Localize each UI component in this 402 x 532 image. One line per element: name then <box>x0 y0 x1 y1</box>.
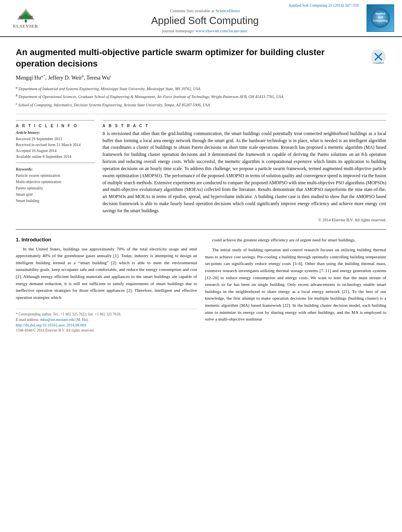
svg-text:Applied: Applied <box>375 12 385 15</box>
journal-logo-icon: Applied Soft Computing <box>370 8 390 28</box>
journal-citation: Applied Soft Computing 25 (2014) 347–359 <box>51 3 359 8</box>
intro-heading: 1. Introduction <box>16 237 197 243</box>
article-content: An augmented multi-objective particle sw… <box>0 37 402 340</box>
authors-section: Mengqi Hua,*, Jeffery D. Weirb, Teresa W… <box>16 74 386 81</box>
email-note: E-mail address: mhu@ise.msstate.edu (M. … <box>16 317 197 322</box>
svg-text:Soft: Soft <box>378 16 383 19</box>
author-c-sup: c <box>110 74 111 78</box>
intro-number: 1. <box>16 237 20 243</box>
author-a-sup: a,* <box>41 74 45 78</box>
body-col-left: 1. Introduction In the United States, bu… <box>16 237 197 333</box>
keyword-3: Pareto optimality <box>16 185 95 191</box>
affil-b-sup: b <box>16 93 18 97</box>
article-history-label: Article history: <box>16 130 95 135</box>
footer-copyright: 1568-4946/© 2014 Elsevier B.V. All right… <box>16 328 197 332</box>
author-b-name: Jeffery D. Weir <box>48 75 82 81</box>
keyword-2: Multi-objective optimization <box>16 179 95 185</box>
email-suffix: (M. Hu). <box>76 318 89 322</box>
body-col-right: could achieve the greatest energy effici… <box>205 237 386 333</box>
article-footer: * Corresponding author. Tel.: +1 662 325… <box>16 309 197 332</box>
received-date: Received 29 September 2013 <box>16 136 95 142</box>
email-link[interactable]: mhu@ise.msstate.edu <box>40 317 75 322</box>
journal-logo-box: Applied Soft Computing <box>367 4 394 32</box>
author-b-sup: b <box>82 74 84 78</box>
accepted-date: Accepted 16 August 2014 <box>16 148 95 154</box>
doi-link[interactable]: http://dx.doi.org/10.1016/j.asoc.2014.08… <box>16 323 86 327</box>
affil-a-text: Department of Industrial and Systems Eng… <box>19 87 200 91</box>
svg-text:CrossMark: CrossMark <box>372 62 384 64</box>
svg-rect-4 <box>19 16 22 18</box>
article-info-column: A R T I C L E I N F O Article history: R… <box>16 120 95 222</box>
homepage-link[interactable]: www.elsevier.com/locate/asoc <box>195 28 248 33</box>
svg-text:Computing: Computing <box>373 19 388 22</box>
author-a-name: Mengqi Hu <box>16 75 41 81</box>
abstract-heading: A B S T R A C T <box>102 124 386 128</box>
intro-body-right: could achieve the greatest energy effici… <box>205 237 386 323</box>
article-title: An augmented multi-objective particle sw… <box>16 47 365 69</box>
corresponding-note: * Corresponding author. Tel.: +1 662 325… <box>16 312 197 316</box>
journal-header: ELSEVIER Applied Soft Computing 25 (2014… <box>0 0 402 37</box>
intro-para-right-1: could achieve the greatest energy effici… <box>205 237 386 244</box>
sciencedirect-link[interactable]: ScienceDirect <box>216 8 240 13</box>
homepage-text: journal homepage: <box>162 28 194 33</box>
page-wrapper: ELSEVIER Applied Soft Computing 25 (2014… <box>0 0 402 340</box>
affiliations-section: a Department of Industrial and Systems E… <box>16 85 386 114</box>
affiliation-c: c School of Computing, Informatics, Deci… <box>16 101 386 108</box>
crossmark-logo[interactable]: CrossMark <box>370 49 386 65</box>
body-two-columns: 1. Introduction In the United States, bu… <box>16 237 386 333</box>
keyword-4: Smart grid <box>16 191 95 198</box>
article-title-section: An augmented multi-objective particle sw… <box>16 43 386 69</box>
affiliation-a: a Department of Industrial and Systems E… <box>16 85 386 92</box>
intro-title: Introduction <box>21 237 51 243</box>
intro-para-right-2: The initial study of building operation … <box>205 247 386 323</box>
article-info-section: A R T I C L E I N F O Article history: R… <box>16 120 95 163</box>
journal-title-header: Applied Soft Computing <box>51 15 359 27</box>
affil-c-text: School of Computing, Informatics, Decisi… <box>19 103 210 107</box>
section-divider <box>16 229 386 230</box>
svg-rect-5 <box>30 16 33 18</box>
elsevier-logo: ELSEVIER <box>8 6 43 30</box>
keywords-section: Keywords: Particle swarm optimization Mu… <box>16 167 95 204</box>
intro-para-1: In the United States, buildings use appr… <box>16 246 197 301</box>
abstract-text: It is envisioned that other than the gri… <box>102 130 386 215</box>
abstract-section: A B S T R A C T It is envisioned that ot… <box>102 120 386 222</box>
keyword-5: Smart building <box>16 198 95 204</box>
revised-date: Received in revised form 21 March 2014 <box>16 142 95 148</box>
keyword-1: Particle swarm optimization <box>16 172 95 179</box>
author-c-name: Teresa Wu <box>86 75 110 81</box>
keywords-label: Keywords: <box>16 167 95 171</box>
abstract-copyright: © 2014 Elsevier B.V. All rights reserved… <box>102 218 386 222</box>
contents-line: Contents lists available at ScienceDirec… <box>51 8 359 13</box>
info-abstract-columns: A R T I C L E I N F O Article history: R… <box>16 120 386 222</box>
crossmark-icon: CrossMark <box>370 49 386 65</box>
affiliation-b: b Department of Operational Sciences, Gr… <box>16 93 386 100</box>
contents-text: Contents lists available at <box>170 8 214 13</box>
intro-body-left: In the United States, buildings use appr… <box>16 246 197 301</box>
available-date: Available online 8 September 2014 <box>16 154 95 159</box>
affil-b-text: Department of Operational Sciences, Grad… <box>19 95 283 99</box>
journal-center-info: Applied Soft Computing 25 (2014) 347–359… <box>43 3 367 33</box>
footer-doi: http://dx.doi.org/10.1016/j.asoc.2014.08… <box>16 323 197 327</box>
svg-rect-0 <box>25 20 27 22</box>
article-info-heading: A R T I C L E I N F O <box>16 124 95 128</box>
email-label: E-mail address: <box>16 318 39 322</box>
abstract-column: A B S T R A C T It is envisioned that ot… <box>102 120 386 222</box>
journal-homepage: journal homepage: www.elsevier.com/locat… <box>51 28 359 33</box>
elsevier-brand-text: ELSEVIER <box>13 24 38 28</box>
affil-c-sup: c <box>16 102 17 106</box>
affil-a-sup: a <box>16 85 18 89</box>
elsevier-tree-icon <box>15 8 37 23</box>
